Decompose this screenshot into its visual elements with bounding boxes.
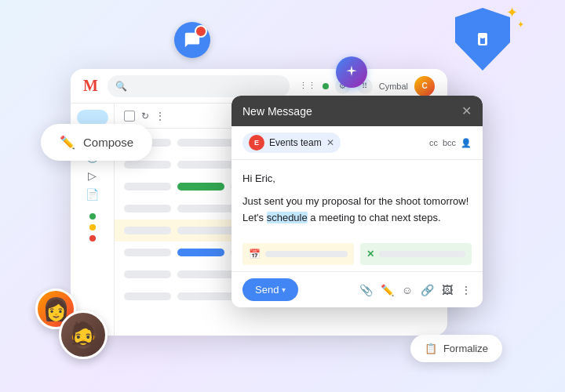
sidebar-label-green (89, 213, 96, 220)
svg-rect-1 (480, 38, 485, 44)
footer-icons: 📎 ✏️ ☺ 🔗 🖼 ⋮ (359, 284, 472, 296)
image-icon[interactable]: 🖼 (442, 284, 453, 296)
recipient-avatar: E (249, 135, 264, 151)
smart-chip-sheets[interactable]: ✕ (360, 243, 472, 265)
compose-footer: Send ▾ 📎 ✏️ ☺ 🔗 🖼 ⋮ (231, 271, 483, 307)
search-icon: 🔍 (115, 81, 127, 92)
search-bar[interactable]: 🔍 (108, 75, 290, 97)
svg-point-2 (480, 34, 485, 38)
select-all-checkbox[interactable] (124, 111, 135, 122)
formalize-label: Formalize (443, 343, 488, 354)
to-actions: cc bcc 👤 (429, 138, 472, 148)
send-button[interactable]: Send ▾ (242, 278, 298, 301)
bcc-label[interactable]: bcc (443, 138, 456, 148)
compose-label: Compose (83, 136, 133, 149)
chat-bubble-icon (174, 22, 210, 58)
gmail-logo: M (83, 77, 98, 95)
pencil-icon: ✏️ (60, 135, 75, 150)
send-label: Send (255, 284, 279, 296)
security-shield: ✦ ✦ (455, 8, 510, 71)
to-field: E Events team ✕ cc bcc 👤 (231, 126, 483, 160)
attachment-icon[interactable]: 📎 (359, 284, 373, 296)
body-line2: Just sent you my proposal for the shoot … (242, 194, 472, 210)
sidebar-inbox-item[interactable] (77, 110, 108, 125)
formalize-icon: 📋 (425, 343, 437, 354)
more-options-icon[interactable]: ⋮ (155, 111, 165, 122)
email-body: Hi Eric, Just sent you my proposal for t… (231, 160, 483, 237)
highlight-schedule: schedule (267, 212, 308, 223)
more-icon[interactable]: ⋮ (461, 284, 472, 296)
avatar-man: 🧔 (59, 310, 108, 359)
emoji-icon[interactable]: ☺ (402, 284, 413, 296)
sidebar-send-icon[interactable]: ▷ (88, 169, 97, 182)
compose-window: New Message ✕ E Events team ✕ cc bcc 👤 H… (231, 96, 483, 307)
close-button[interactable]: ✕ (461, 103, 472, 118)
calendar-icon: 📅 (249, 249, 261, 260)
sheets-icon: ✕ (366, 249, 374, 260)
smart-compose-chips: 📅 ✕ (231, 237, 483, 271)
user-avatar[interactable]: C (414, 76, 435, 96)
avatar-man-image: 🧔 (67, 320, 99, 350)
header-icons: ⋮⋮ ⚙ ⠿ Cymbal C (299, 76, 435, 96)
smart-chip-calendar[interactable]: 📅 (242, 243, 354, 265)
sidebar-label-red (89, 235, 96, 241)
cc-label[interactable]: cc (429, 138, 438, 148)
sparkle-star-small-icon: ✦ (517, 20, 524, 30)
formalize-button[interactable]: 📋 Formalize (410, 335, 502, 362)
sidebar-draft-icon[interactable]: 📄 (86, 188, 99, 201)
shield-icon (455, 8, 510, 71)
body-line3: Let's schedule a meeting to chat next st… (242, 210, 472, 227)
status-dot (323, 83, 329, 89)
gemini-ai-orb (336, 56, 367, 88)
refresh-icon[interactable]: ↻ (141, 111, 149, 122)
link-icon[interactable]: 🔗 (421, 284, 434, 296)
cymbal-label: Cymbal (379, 82, 408, 91)
recipient-chip: E Events team ✕ (242, 132, 341, 153)
recipient-remove-button[interactable]: ✕ (326, 137, 334, 148)
send-chevron-icon: ▾ (282, 285, 286, 294)
recipient-name: Events team (269, 137, 322, 148)
sidebar-label-yellow (89, 224, 96, 230)
add-people-icon[interactable]: 👤 (461, 138, 472, 148)
greeting-line: Hi Eric, (242, 171, 472, 187)
grid-icon: ⋮⋮ (299, 81, 316, 91)
formatting-icon[interactable]: ✏️ (381, 284, 394, 296)
compose-window-header: New Message ✕ (231, 96, 483, 126)
compose-window-title: New Message (242, 105, 312, 118)
compose-button[interactable]: ✏️ Compose (41, 124, 152, 161)
